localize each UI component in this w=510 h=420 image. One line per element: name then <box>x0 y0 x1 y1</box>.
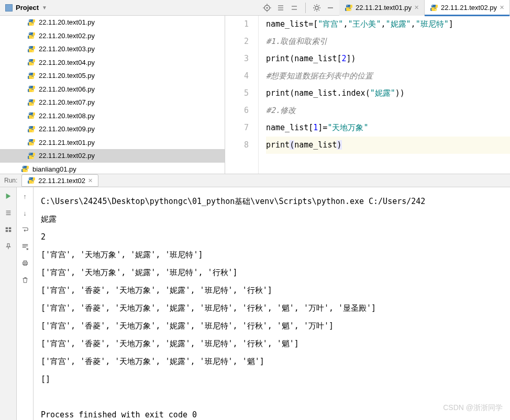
code-line[interactable]: #2.修改 <box>266 102 510 119</box>
run-label: Run: <box>4 177 17 184</box>
collapse-icon[interactable] <box>290 3 299 13</box>
svg-point-37 <box>29 153 30 154</box>
svg-point-21 <box>29 47 30 48</box>
line-number: 4 <box>225 67 249 85</box>
svg-point-14 <box>350 9 351 10</box>
console-output[interactable]: C:\Users\24245\Desktop\pythongc\01_pytho… <box>34 187 510 420</box>
svg-point-36 <box>32 144 34 145</box>
code-line[interactable]: print(name_list.index("妮露")) <box>266 85 510 102</box>
line-number: 7 <box>225 119 249 137</box>
code-editor[interactable]: 12345678 name_list=["宵宫","王小美","妮露","班尼特… <box>225 16 510 174</box>
up-icon[interactable]: ↑ <box>20 191 30 201</box>
svg-point-28 <box>32 90 34 92</box>
layout-icon[interactable] <box>4 225 13 234</box>
print-icon[interactable] <box>20 258 30 268</box>
editor-tab[interactable]: 22.11.21.text02.py✕ <box>425 0 510 16</box>
file-item[interactable]: 22.11.20.text04.py <box>0 56 225 70</box>
close-icon[interactable]: ✕ <box>414 4 419 11</box>
svg-point-38 <box>32 157 34 158</box>
svg-point-41 <box>30 178 31 179</box>
code-line[interactable]: name_list[1]="天地万象" <box>266 119 510 137</box>
close-icon[interactable]: ✕ <box>88 177 93 184</box>
file-name: 22.11.20.text01.py <box>39 18 95 26</box>
close-icon[interactable]: ✕ <box>500 4 504 11</box>
svg-point-22 <box>32 51 34 52</box>
scroll-icon[interactable] <box>20 242 30 251</box>
down-icon[interactable]: ↓ <box>20 208 30 218</box>
python-icon <box>27 138 36 146</box>
svg-rect-47 <box>8 228 10 230</box>
file-item[interactable]: 22.11.20.text08.py <box>0 109 225 123</box>
file-name: 22.11.21.text01.py <box>39 139 95 146</box>
pin-icon[interactable] <box>4 242 13 251</box>
play-icon[interactable] <box>4 191 13 201</box>
target-icon[interactable] <box>262 3 272 13</box>
line-gutter: 12345678 <box>225 16 259 174</box>
editor-tab[interactable]: 22.11.21.text01.py✕ <box>339 0 425 16</box>
file-name: 22.11.20.text07.py <box>39 98 95 106</box>
python-icon <box>27 111 36 120</box>
python-icon <box>430 4 438 12</box>
file-item[interactable]: 22.11.21.text01.py <box>0 136 225 150</box>
file-item[interactable]: bianliang01.py <box>0 163 225 174</box>
watermark: CSDN @浙浙同学 <box>443 403 503 413</box>
run-tab[interactable]: 22.11.21.text02 ✕ <box>21 174 98 187</box>
svg-point-31 <box>29 113 30 114</box>
python-icon <box>27 31 36 40</box>
svg-point-26 <box>32 77 34 78</box>
file-item[interactable]: 22.11.20.text06.py <box>0 83 225 96</box>
file-item[interactable]: 22.11.20.text09.py <box>0 122 225 136</box>
python-icon <box>27 125 36 133</box>
project-selector[interactable]: Project ▼ <box>0 4 52 12</box>
minimize-icon[interactable] <box>326 3 335 13</box>
svg-point-23 <box>29 60 30 61</box>
python-icon <box>27 176 36 185</box>
svg-rect-49 <box>8 230 10 232</box>
code-line[interactable]: #想要知道数据在列表中的位置 <box>266 67 510 85</box>
svg-rect-48 <box>5 230 7 232</box>
svg-point-20 <box>32 37 34 38</box>
svg-point-34 <box>32 131 34 132</box>
code-line[interactable]: print(name_list[2]) <box>266 50 510 67</box>
file-name: 22.11.20.text03.py <box>39 45 95 53</box>
svg-point-16 <box>435 9 436 10</box>
python-icon <box>27 58 36 66</box>
file-item[interactable]: 22.11.20.text07.py <box>0 96 225 109</box>
file-item[interactable]: 22.11.20.text03.py <box>0 42 225 56</box>
svg-point-11 <box>315 6 318 9</box>
line-number: 5 <box>225 85 249 102</box>
gear-icon[interactable] <box>312 3 321 13</box>
file-name: 22.11.21.text02.py <box>39 152 95 160</box>
run-tab-label: 22.11.21.text02 <box>38 177 85 185</box>
file-name: 22.11.20.text06.py <box>39 85 95 93</box>
line-number: 2 <box>225 33 249 50</box>
file-item[interactable]: 22.11.20.text05.py <box>0 69 225 83</box>
python-icon <box>21 165 29 173</box>
line-number: 1 <box>225 16 249 33</box>
code-line[interactable]: name_list=["宵宫","王小美","妮露","班尼特"] <box>266 16 510 33</box>
trash-icon[interactable] <box>20 275 30 285</box>
code-line[interactable]: #1.取值和取索引 <box>266 33 510 50</box>
tab-label: 22.11.21.text02.py <box>441 4 497 12</box>
code-line[interactable]: print(name_list) <box>266 137 510 154</box>
python-icon <box>345 4 353 12</box>
expand-icon[interactable] <box>276 3 285 13</box>
file-item[interactable]: 22.11.21.text02.py <box>0 149 225 163</box>
svg-rect-54 <box>24 261 26 263</box>
file-name: 22.11.20.text02.py <box>39 32 95 40</box>
code-area[interactable]: name_list=["宵宫","王小美","妮露","班尼特"]#1.取值和取… <box>259 16 510 174</box>
svg-point-1 <box>267 7 268 8</box>
toolbar-actions <box>262 3 339 13</box>
file-item[interactable]: 22.11.20.text01.py <box>0 16 225 29</box>
stop-icon[interactable] <box>4 208 13 218</box>
line-number: 6 <box>225 102 249 119</box>
svg-point-17 <box>29 20 30 21</box>
file-item[interactable]: 22.11.20.text02.py <box>0 29 225 43</box>
file-name: bianliang01.py <box>32 165 76 173</box>
python-icon <box>27 18 36 27</box>
wrap-icon[interactable] <box>20 225 30 234</box>
project-tree[interactable]: 22.11.20.text01.py22.11.20.text02.py22.1… <box>0 16 225 174</box>
python-icon <box>27 45 36 53</box>
file-name: 22.11.20.text08.py <box>39 112 95 120</box>
file-name: 22.11.20.text09.py <box>39 125 95 133</box>
